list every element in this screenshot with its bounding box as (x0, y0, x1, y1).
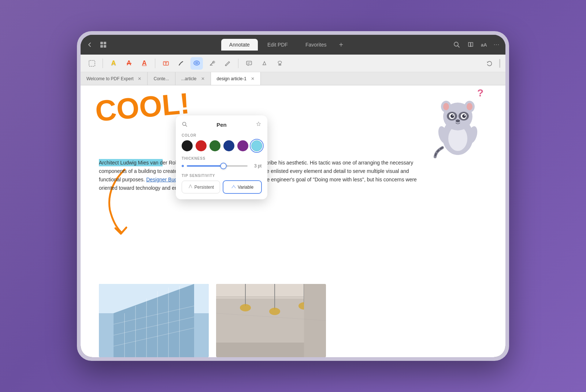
highlight-text-button[interactable]: A (107, 57, 120, 70)
color-black[interactable] (182, 140, 193, 151)
color-purple[interactable] (237, 140, 248, 151)
color-section-label: COLOR (182, 133, 262, 137)
comment-button[interactable] (243, 57, 255, 70)
raccoon-illustration: ? (429, 89, 498, 166)
svg-rect-53 (304, 284, 326, 357)
tab-edit-pdf[interactable]: Edit PDF (259, 39, 296, 51)
highlighter-button[interactable] (190, 57, 203, 70)
pencil-button[interactable] (221, 57, 234, 70)
pen-button[interactable] (175, 57, 188, 70)
doc-tabs: Welcome to PDF Expert ✕ Conte... ...arti… (81, 72, 505, 85)
tip-sensitivity-label: TIP SENSITIVITY (182, 174, 262, 178)
nav-tabs: Annotate Edit PDF Favorites + (114, 39, 453, 51)
thickness-section: THICKNESS 3 pt (182, 156, 262, 169)
toolbar-right (483, 57, 500, 70)
doc-tab-welcome[interactable]: Welcome to PDF Expert ✕ (81, 72, 148, 85)
doc-tab-design-article[interactable]: design article-1 ✕ (211, 72, 261, 85)
svg-point-25 (453, 115, 454, 116)
svg-rect-0 (100, 42, 103, 44)
svg-point-9 (195, 62, 198, 64)
svg-point-26 (464, 115, 466, 116)
popover-header: Pen (182, 121, 262, 128)
thickness-min-indicator (182, 165, 184, 167)
color-dark-blue[interactable] (223, 140, 234, 151)
photos-row (99, 284, 494, 357)
pen-popover: Pen COLOR (176, 115, 267, 199)
add-tab-button[interactable]: + (336, 39, 346, 51)
tablet-inner: Annotate Edit PDF Favorites + (81, 35, 505, 357)
nav-left (86, 41, 107, 48)
color-light-blue[interactable] (251, 140, 262, 151)
main-content: COOL! ? (81, 85, 505, 357)
svg-point-17 (443, 103, 449, 110)
color-red[interactable] (196, 140, 207, 151)
svg-point-23 (450, 114, 454, 118)
svg-point-4 (454, 42, 458, 46)
persistent-icon (188, 184, 193, 190)
nav-right: aA ··· (453, 41, 500, 48)
strikethrough-button[interactable]: A (123, 57, 135, 70)
svg-point-18 (467, 103, 472, 110)
close-welcome-tab[interactable]: ✕ (138, 76, 141, 81)
svg-rect-3 (104, 45, 106, 48)
toolbar-divider-3 (238, 59, 238, 68)
thickness-row: 3 pt (182, 163, 262, 169)
popover-fav-icon[interactable] (256, 121, 262, 128)
interior-photo (216, 284, 326, 357)
svg-rect-11 (246, 61, 252, 65)
svg-point-55 (183, 122, 186, 126)
popover-title: Pen (188, 122, 256, 128)
close-article-tab[interactable]: ✕ (201, 76, 205, 81)
nav-bar: Annotate Edit PDF Favorites + (81, 35, 505, 55)
svg-point-27 (456, 119, 460, 122)
book-button[interactable] (467, 41, 474, 48)
close-design-tab[interactable]: ✕ (251, 76, 255, 81)
variable-icon (231, 184, 236, 190)
tab-annotate[interactable]: Annotate (221, 39, 258, 51)
text-box-button[interactable] (160, 57, 172, 70)
select-tool-button[interactable] (86, 57, 98, 70)
highlighted-text-1: Architect Ludwig Mies van d (99, 159, 163, 166)
search-button[interactable] (453, 41, 460, 48)
doc-tab-conte[interactable]: Conte... (148, 72, 175, 85)
thickness-slider-thumb[interactable] (220, 163, 227, 169)
svg-rect-1 (104, 42, 106, 44)
undo-button[interactable] (483, 57, 496, 70)
shape-button[interactable] (258, 57, 271, 70)
tip-variable-button[interactable]: Variable (223, 181, 262, 193)
building-photo (99, 284, 209, 357)
svg-point-49 (269, 308, 280, 315)
text-size-button[interactable]: aA (481, 42, 487, 48)
svg-point-47 (240, 304, 251, 311)
pdf-content: COOL! ? (81, 85, 505, 357)
underline-button[interactable]: A (138, 57, 151, 70)
more-button[interactable]: ··· (494, 41, 500, 48)
toolbar-divider-2 (155, 59, 155, 68)
tip-section: TIP SENSITIVITY Persistent (182, 174, 262, 193)
svg-point-24 (462, 114, 466, 118)
stamp-button[interactable] (274, 57, 286, 70)
toolbar-divider-1 (103, 59, 103, 68)
separator-button (499, 59, 500, 68)
svg-rect-5 (89, 60, 95, 66)
tip-persistent-button[interactable]: Persistent (182, 181, 220, 193)
thickness-label: THICKNESS (182, 156, 262, 160)
color-row (182, 140, 262, 151)
thickness-slider[interactable] (187, 165, 248, 167)
toolbar: A A A (81, 55, 505, 72)
question-mark: ? (477, 87, 483, 99)
thickness-value: 3 pt (251, 163, 262, 169)
grid-button[interactable] (100, 41, 107, 48)
back-button[interactable] (86, 41, 93, 48)
popover-search-icon[interactable] (182, 121, 188, 128)
tab-favorites[interactable]: Favorites (297, 39, 335, 51)
doc-tab-article[interactable]: ...article ✕ (175, 72, 211, 85)
tip-buttons: Persistent Variable (182, 181, 262, 193)
eraser-button[interactable] (206, 57, 218, 70)
tablet-frame: Annotate Edit PDF Favorites + (77, 31, 509, 361)
svg-rect-2 (100, 45, 103, 48)
color-dark-green[interactable] (209, 140, 220, 151)
